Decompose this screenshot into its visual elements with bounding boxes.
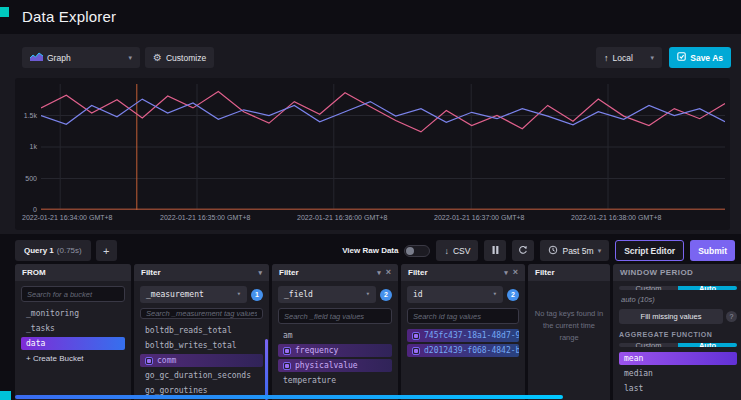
add-query-button[interactable]: + [96,240,117,261]
tag-key-dropdown[interactable]: id ▾ [407,286,503,303]
x-axis-tick: 2022-01-21 16:34:00 GMT+8 [22,214,112,221]
tag-value-label: 745fc437-18a1-48d7-98a6-7… [424,329,519,342]
bucket-list: _monitoring _tasks data + Create Bucket [21,307,125,365]
fill-missing-values-button[interactable]: Fill missing values [619,309,723,324]
x-axis-tick: 2022-01-21 16:37:00 GMT+8 [434,214,524,221]
close-icon[interactable]: × [513,268,518,277]
function-item[interactable]: last [619,382,737,395]
y-axis-tick: 500 [17,175,37,182]
time-range-dropdown[interactable]: Past 5m ▾ [540,240,609,261]
graph-type-icon [30,51,43,64]
query-controls: View Raw Data ↓ CSV Past 5m ▾ Script Edi… [342,240,735,261]
gear-icon: ⚙ [153,52,162,63]
save-as-button[interactable]: Save As [669,47,731,68]
window-period-toggle: Custom Auto [619,286,737,290]
graph-type-dropdown[interactable]: Graph ▾ [22,47,140,68]
chevron-down-icon: ▾ [493,291,497,298]
question-mark-icon[interactable]: ? [726,311,737,322]
chevron-down-icon: ▾ [598,247,602,254]
x-axis-tick: 2022-01-21 16:35:00 GMT+8 [160,214,250,221]
chevron-down-icon: ▾ [237,291,241,298]
filter-panel-title: Filter [141,268,161,277]
bucket-item[interactable]: _monitoring [21,307,125,320]
aggregate-toggle: Custom Auto [619,343,737,347]
pause-button[interactable] [484,240,506,261]
query-tabs: Query 1 (0.75s) + [15,240,117,261]
tag-value-list: am frequency physicalvalue temperature [278,329,392,387]
tag-value-item[interactable]: temperature [278,374,392,387]
page-title: Data Explorer [22,8,116,25]
create-bucket-button[interactable]: + Create Bucket [21,352,125,365]
scrollbar-vertical[interactable] [265,339,268,400]
bucket-item[interactable]: _tasks [21,322,125,335]
empty-state-text: No tag keys found in the current time ra… [534,286,604,344]
chart-svg[interactable] [41,84,725,210]
window-period-title: WINDOW PERIOD [620,268,693,277]
selected-count-badge: 2 [507,289,519,301]
submit-button[interactable]: Submit [690,240,735,261]
query-tab[interactable]: Query 1 (0.75s) [15,240,91,261]
field-search-input[interactable] [278,308,392,324]
tag-key-label: _measurement [146,290,237,299]
query-tab-name: Query 1 [24,246,54,255]
bucket-item-selected[interactable]: data [21,337,125,350]
tag-value-label: d2012439-f068-4842-bfef-8… [424,344,519,357]
tag-key-dropdown[interactable]: _field ▾ [278,286,376,303]
local-label: Local [613,53,647,63]
from-panel-header: FROM [15,264,131,281]
auto-button[interactable]: Auto [678,286,737,290]
graph-type-label: Graph [47,53,124,63]
query-tab-duration: (0.75s) [57,246,82,255]
measurement-search-input[interactable] [140,308,263,319]
filter-panel-title: Filter [408,268,428,277]
id-search-input[interactable] [407,308,519,324]
tag-value-item-selected[interactable]: frequency [278,344,392,357]
window-period-value: auto (10s) [619,295,737,304]
data-explorer-app: Data Explorer Graph ▾ ⚙ Customize ↑ Loca… [0,0,741,400]
tag-value-list: 745fc437-18a1-48d7-98a6-7… d2012439-f068… [407,329,519,357]
chevron-down-icon: ▾ [650,54,654,61]
tag-value-item-selected[interactable]: physicalvalue [278,359,392,372]
tag-value-item-selected[interactable]: 745fc437-18a1-48d7-98a6-7… [407,329,519,342]
tag-value-item[interactable]: boltdb_reads_total [140,324,263,337]
chevron-down-icon[interactable]: ▾ [258,269,262,276]
tag-key-label: id [413,290,493,299]
script-editor-button[interactable]: Script Editor [615,240,684,261]
chevron-down-icon[interactable]: ▾ [377,269,381,276]
tag-value-item-selected[interactable]: comm [140,354,263,367]
function-list: mean median last [619,352,737,395]
tag-value-item[interactable]: go_gc_duration_seconds [140,369,263,382]
x-axis-tick: 2022-01-21 16:38:00 GMT+8 [571,214,661,221]
view-raw-toggle[interactable] [404,245,430,257]
filter-panel-field: Filter ▾ × _field ▾ 2 am [272,264,398,400]
function-item-selected[interactable]: mean [619,352,737,365]
auto-button[interactable]: Auto [678,343,737,347]
close-icon[interactable]: × [386,268,391,277]
local-dropdown[interactable]: ↑ Local ▾ [596,47,662,68]
scrollbar-horizontal[interactable] [15,395,563,399]
tag-value-item[interactable]: boltdb_writes_total [140,339,263,352]
refresh-button[interactable] [512,240,534,261]
checkbox-checked-icon [283,362,291,370]
y-axis-tick: 1.5k [17,112,37,119]
custom-button[interactable]: Custom [619,343,678,347]
csv-download-button[interactable]: ↓ CSV [436,240,478,261]
download-icon: ↓ [444,246,449,256]
refresh-icon [518,245,528,257]
tag-value-item[interactable]: am [278,329,392,342]
bucket-search-input[interactable] [21,286,125,302]
y-axis-tick: 1k [17,143,37,150]
chevron-down-icon[interactable]: ▾ [504,269,508,276]
customize-label: Customize [166,53,206,63]
function-item[interactable]: median [619,367,737,380]
tag-value-item-selected[interactable]: d2012439-f068-4842-bfef-8… [407,344,519,357]
tag-value-label: frequency [295,344,338,357]
checkbox-checked-icon [412,347,420,355]
filter-panel-measurement: Filter ▾ _measurement ▾ 1 boltdb_reads_t… [134,264,269,400]
tag-key-dropdown[interactable]: _measurement ▾ [140,286,247,303]
csv-label: CSV [453,246,470,256]
tag-value-label: comm [157,354,176,367]
custom-button[interactable]: Custom [619,286,678,290]
customize-button[interactable]: ⚙ Customize [145,47,214,68]
filter-panel-title: Filter [279,268,299,277]
